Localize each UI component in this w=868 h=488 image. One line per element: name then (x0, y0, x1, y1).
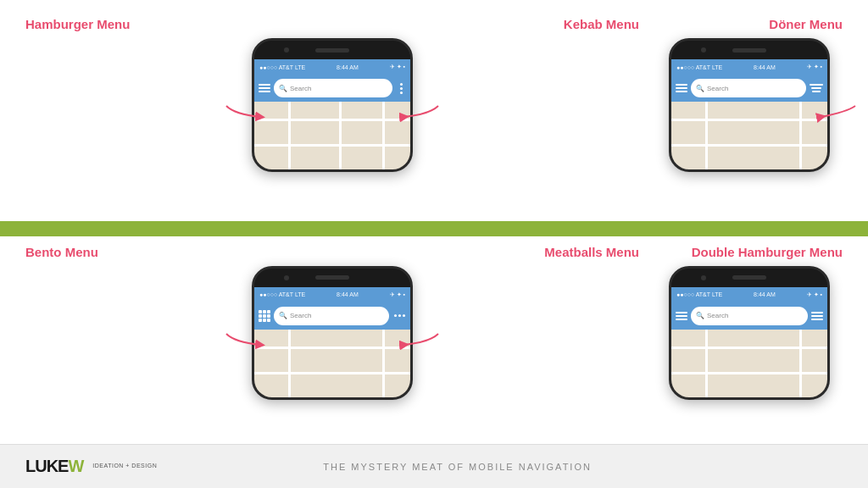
search-icon-1: 🔍 (279, 85, 287, 92)
phone-camera (284, 47, 289, 53)
divider-bar (0, 221, 868, 236)
bento-label: Bento Menu (25, 245, 98, 259)
doner-label-row: Döner Menu (656, 17, 843, 31)
search-bar-b[interactable]: 🔍 Search (274, 307, 389, 325)
search-text-1: Search (290, 85, 311, 92)
road-hdh2 (671, 372, 827, 374)
map-d (671, 102, 827, 169)
phone-camera-d (701, 47, 706, 53)
kebab-label: Kebab Menu (564, 17, 639, 31)
doner-icon[interactable] (810, 84, 823, 92)
bento-icon[interactable] (259, 310, 270, 322)
phone-top-bar-d (671, 41, 827, 59)
phone-speaker-b (315, 275, 349, 280)
road-vdh1 (705, 330, 708, 397)
search-icon-d: 🔍 (696, 85, 704, 92)
road-h2 (254, 144, 410, 147)
hamburger-icon-dh-right[interactable] (811, 312, 823, 320)
status-bar-dh: ●●○○○ AT&T LTE 8:44 AM ✈ ✦ ▪ (671, 287, 827, 302)
meatballs-icon-bento[interactable] (392, 314, 406, 317)
phone-top-bar (254, 41, 410, 59)
carrier-d: ●●○○○ AT&T LTE (676, 64, 722, 70)
road-vb1 (288, 330, 291, 397)
hamburger-phone: ●●○○○ AT&T LTE 8:44 AM ✈ ✦ ▪ 🔍 Search (252, 38, 413, 172)
double-hamburger-label: Double Hamburger Menu (692, 245, 843, 259)
toolbar-dbl: 🔍 Search (671, 302, 827, 330)
footer-logo: LUKE W IDEATION + DESIGN (25, 457, 157, 476)
time-dh: 8:44 AM (754, 291, 776, 297)
double-hamburger-phone: ●●○○○ AT&T LTE 8:44 AM ✈ ✦ ▪ 🔍 Search (669, 266, 830, 400)
status-bar: ●●○○○ AT&T LTE 8:44 AM ✈ ✦ ▪ (254, 59, 410, 75)
phone-top-bar-dh (671, 269, 827, 287)
bottom-left-phones: ●●○○○ AT&T LTE 8:44 AM ✈ ✦ ▪ 🔍 (25, 266, 639, 400)
doner-phone: ●●○○○ AT&T LTE 8:44 AM ✈ ✦ ▪ 🔍 Search (669, 38, 830, 172)
meatballs-label: Meatballs Menu (544, 245, 639, 259)
time-b: 8:44 AM (337, 291, 359, 297)
status-icons-dh: ✈ ✦ ▪ (807, 291, 822, 298)
road-v2 (339, 102, 342, 169)
phone-speaker (315, 48, 349, 53)
top-left-section: Hamburger Menu Kebab Menu ●●○○○ AT&T LTE… (25, 17, 639, 213)
top-right-section: Döner Menu ●●○○○ AT&T LTE 8:44 AM ✈ ✦ ▪ (656, 17, 843, 213)
kebab-icon-left[interactable] (396, 83, 406, 94)
hamburger-icon[interactable] (259, 84, 270, 92)
toolbar-doner: 🔍 Search (671, 75, 827, 102)
doner-phone-wrapper: ●●○○○ AT&T LTE 8:44 AM ✈ ✦ ▪ 🔍 Search (669, 38, 830, 172)
road-h1 (254, 119, 410, 121)
road-hd1 (671, 119, 827, 121)
search-bar-1[interactable]: 🔍 Search (274, 79, 392, 97)
road-v3 (382, 102, 385, 169)
search-bar-d[interactable]: 🔍 Search (691, 79, 806, 97)
dbl-phone-wrapper: ●●○○○ AT&T LTE 8:44 AM ✈ ✦ ▪ 🔍 Search (669, 266, 830, 400)
status-icons-b: ✈ ✦ ▪ (390, 291, 405, 298)
status-icons-d: ✈ ✦ ▪ (807, 64, 822, 70)
hamburger-icon-d[interactable] (676, 84, 687, 92)
carrier-dh: ●●○○○ AT&T LTE (676, 291, 722, 297)
logo-luke: LUKE (25, 457, 68, 476)
time: 8:44 AM (337, 64, 359, 70)
road-hb2 (254, 372, 410, 374)
doner-label: Döner Menu (769, 17, 843, 31)
bento-phone-wrapper: ●●○○○ AT&T LTE 8:44 AM ✈ ✦ ▪ 🔍 (252, 266, 413, 400)
dbl-hamburger-label-row: Double Hamburger Menu (656, 245, 843, 259)
bottom-section: Bento Menu Meatballs Menu ●●○○○ AT&T LTE… (0, 236, 868, 445)
map-b (254, 330, 410, 397)
road-v1 (288, 102, 291, 169)
map-1 (254, 102, 410, 169)
road-vdh2 (799, 330, 802, 397)
bottom-labels-row: Bento Menu Meatballs Menu (25, 245, 639, 259)
doner-line-3 (812, 91, 821, 92)
status-icons: ✈ ✦ ▪ (390, 64, 405, 70)
toolbar-bento: 🔍 Search (254, 302, 410, 330)
bottom-right-section: Double Hamburger Menu ●●○○○ AT&T LTE 8:4… (656, 245, 843, 441)
search-icon-dh: 🔍 (696, 312, 704, 319)
search-icon-b: 🔍 (279, 312, 287, 319)
road-hd2 (671, 144, 827, 147)
main-layout: Hamburger Menu Kebab Menu ●●○○○ AT&T LTE… (0, 0, 868, 488)
logo-sub-container: IDEATION + DESIGN (92, 463, 157, 469)
top-section: Hamburger Menu Kebab Menu ●●○○○ AT&T LTE… (0, 0, 868, 221)
carrier: ●●○○○ AT&T LTE (259, 64, 305, 70)
hamburger-phone-wrapper: ●●○○○ AT&T LTE 8:44 AM ✈ ✦ ▪ 🔍 Search (252, 38, 413, 172)
search-text-d: Search (707, 85, 728, 92)
doner-line-2 (811, 87, 822, 89)
search-text-b: Search (290, 312, 311, 319)
hamburger-icon-dh-left[interactable] (676, 312, 687, 320)
road-hb1 (254, 347, 410, 349)
status-bar-b: ●●○○○ AT&T LTE 8:44 AM ✈ ✦ ▪ (254, 287, 410, 302)
top-labels-row: Hamburger Menu Kebab Menu (25, 17, 639, 31)
bottom-left-section: Bento Menu Meatballs Menu ●●○○○ AT&T LTE… (25, 245, 639, 441)
phone-camera-dh (701, 275, 706, 280)
logo-sub-text: IDEATION + DESIGN (92, 463, 157, 469)
top-left-phones: ●●○○○ AT&T LTE 8:44 AM ✈ ✦ ▪ 🔍 Search (25, 38, 639, 172)
footer-tagline: THE MYSTERY MEAT OF MOBILE NAVIGATION (323, 462, 592, 472)
search-text-dh: Search (707, 312, 728, 319)
phone-speaker-d (732, 48, 766, 53)
search-bar-dh[interactable]: 🔍 Search (691, 307, 808, 325)
phone-camera-b (284, 275, 289, 280)
doner-line-1 (810, 84, 823, 86)
dbl-phone-row: ●●○○○ AT&T LTE 8:44 AM ✈ ✦ ▪ 🔍 Search (656, 266, 843, 400)
logo-w: W (68, 457, 84, 476)
phone-top-bar-b (254, 269, 410, 287)
carrier-b: ●●○○○ AT&T LTE (259, 291, 305, 297)
